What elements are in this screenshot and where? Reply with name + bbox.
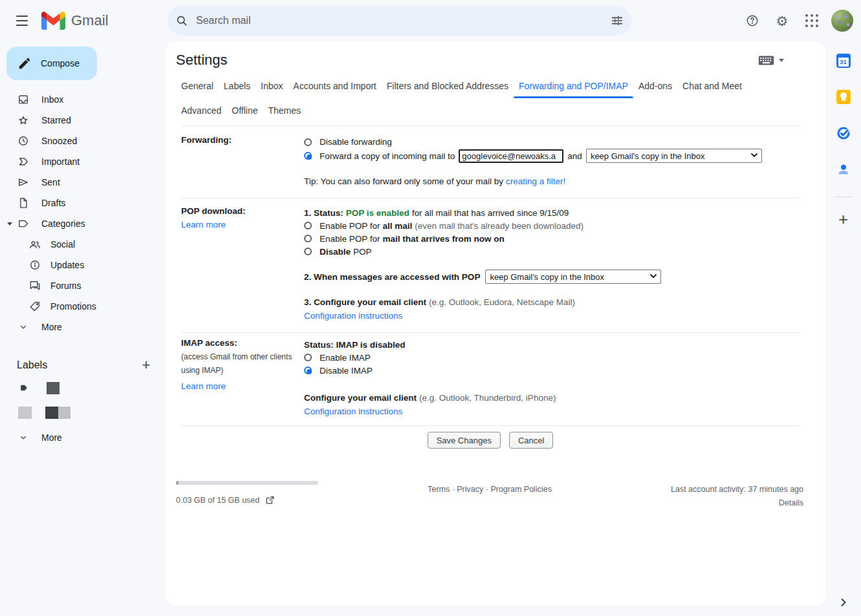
label-icon (18, 382, 30, 394)
redacted-label-name (47, 382, 60, 394)
labels-title: Labels (17, 359, 47, 371)
sidebar-item-updates[interactable]: Updates (0, 255, 166, 275)
pop-disable-radio[interactable] (304, 248, 312, 255)
sidebar-item-inbox[interactable]: Inbox (0, 89, 166, 110)
settings-gear-icon[interactable]: ⚙ (769, 8, 795, 34)
details-link[interactable]: Details (609, 498, 803, 507)
label-item-redacted[interactable] (18, 376, 166, 400)
sidebar-item-forums[interactable]: Forums (0, 275, 166, 296)
draft-file-icon (17, 196, 30, 209)
pop-action-select[interactable]: keep Gmail's copy in the Inbox (485, 270, 661, 284)
sidebar-item-drafts[interactable]: Drafts (0, 193, 166, 213)
sidebar-item-categories[interactable]: Categories (0, 213, 166, 234)
creating-a-filter-link[interactable]: creating a filter! (506, 176, 565, 186)
sidebar-item-more[interactable]: More (0, 317, 166, 337)
send-icon (17, 176, 30, 189)
imap-learn-more-link[interactable]: Learn more (181, 381, 226, 391)
info-icon (28, 259, 41, 271)
tab-forwarding-and-pop-imap[interactable]: Forwarding and POP/IMAP (514, 74, 633, 98)
pop-download-section: POP download: Learn more 1. Status: POP … (181, 198, 800, 333)
pop-all-mail-radio[interactable] (304, 222, 312, 229)
privacy-link[interactable]: Privacy (457, 485, 483, 494)
compose-button[interactable]: Compose (6, 47, 97, 80)
sidebar: Compose Inbox Starred (0, 41, 166, 616)
redacted-label-name (58, 407, 71, 419)
pop-configuration-instructions-link[interactable]: Configuration instructions (304, 311, 402, 321)
sidebar-item-social[interactable]: Social (0, 234, 166, 255)
imap-access-section: IMAP access: (access Gmail from other cl… (181, 333, 800, 426)
imap-access-sublabel: (access Gmail from other clients using I… (181, 350, 299, 377)
forward-email-input[interactable] (459, 149, 563, 163)
google-apps-icon[interactable] (799, 8, 825, 34)
terms-link[interactable]: Terms (428, 485, 450, 494)
tab-add-ons[interactable]: Add-ons (633, 74, 677, 98)
sidebar-item-promotions[interactable]: Promotions (0, 296, 166, 317)
pencil-icon (17, 56, 32, 70)
label-item-redacted[interactable] (18, 400, 166, 425)
get-add-ons-icon[interactable]: + (831, 206, 856, 232)
search-icon[interactable] (168, 6, 196, 35)
tab-accounts-and-import[interactable]: Accounts and Import (288, 74, 381, 98)
sidebar-item-snoozed[interactable]: Snoozed (0, 131, 166, 151)
labels-more[interactable]: More (0, 427, 166, 448)
forward-copy-option: Forward a copy of incoming mail to and k… (304, 149, 800, 163)
tab-themes[interactable]: Themes (263, 98, 307, 123)
help-icon[interactable] (739, 8, 765, 34)
tab-filters-and-blocked-addresses[interactable]: Filters and Blocked Addresses (382, 74, 514, 98)
imap-status-line: Status: IMAP is disabled (304, 338, 800, 351)
header-actions: ⚙ (739, 0, 857, 41)
imap-access-label: IMAP access: (181, 338, 304, 348)
imap-configuration-instructions-link[interactable]: Configuration instructions (304, 407, 402, 416)
search-input[interactable] (196, 15, 603, 27)
labels-header: Labels + (17, 355, 157, 376)
forward-copy-radio[interactable] (304, 152, 312, 160)
clock-icon (17, 134, 30, 147)
tab-labels[interactable]: Labels (219, 74, 256, 98)
important-marker-icon (17, 155, 30, 168)
main-menu-icon[interactable] (6, 5, 38, 36)
pop-from-now-on-radio[interactable] (304, 235, 312, 242)
save-changes-button[interactable]: Save Changes (428, 432, 501, 449)
sidebar-item-important[interactable]: Important (0, 151, 166, 172)
label-tag-icon (17, 217, 30, 230)
open-in-new-icon[interactable] (265, 495, 275, 505)
forward-action-select[interactable]: keep Gmail's copy in the Inbox (586, 149, 762, 163)
disable-imap-radio[interactable] (304, 366, 312, 374)
tab-inbox[interactable]: Inbox (256, 74, 288, 98)
settings-tabs-row-1: General Labels Inbox Accounts and Import… (166, 74, 825, 98)
imap-option-disable: Disable IMAP (304, 364, 800, 377)
tab-general[interactable]: General (176, 74, 219, 98)
gmail-m-icon (41, 12, 65, 30)
account-avatar[interactable] (831, 10, 853, 32)
categories-expander-icon[interactable] (5, 222, 14, 226)
enable-imap-radio[interactable] (304, 354, 312, 361)
cancel-button[interactable]: Cancel (509, 432, 553, 449)
google-keep-icon[interactable] (831, 84, 856, 110)
pop-configure-line: 3. Configure your email client (e.g. Out… (304, 295, 800, 308)
input-tools-toggle[interactable] (758, 56, 784, 65)
form-actions: Save Changes Cancel (181, 426, 800, 449)
rail-divider (834, 196, 853, 197)
chevron-down-icon (17, 431, 30, 444)
pop-learn-more-link[interactable]: Learn more (181, 220, 226, 229)
hide-side-panel-icon[interactable] (840, 598, 847, 607)
search-bar[interactable] (168, 6, 631, 36)
keyboard-icon (758, 56, 774, 65)
program-policies-link[interactable]: Program Policies (490, 485, 551, 494)
gmail-logo: Gmail (41, 12, 108, 30)
google-tasks-icon[interactable] (831, 120, 856, 146)
settings-panel: Settings General Labels Inbox Accounts a… (166, 41, 825, 606)
legal-links: Terms · Privacy · Program Policies (370, 481, 609, 507)
sidebar-item-sent[interactable]: Sent (0, 172, 166, 193)
tab-offline[interactable]: Offline (226, 98, 263, 123)
pop-download-label: POP download: (181, 206, 304, 216)
pop-option-all-mail: Enable POP for all mail (even mail that'… (304, 219, 800, 232)
tab-advanced[interactable]: Advanced (176, 98, 226, 123)
tab-chat-and-meet[interactable]: Chat and Meet (677, 74, 747, 98)
google-contacts-icon[interactable] (831, 156, 856, 182)
google-calendar-icon[interactable]: 31 (831, 48, 856, 74)
disable-forwarding-radio[interactable] (304, 138, 312, 146)
sidebar-item-starred[interactable]: Starred (0, 110, 166, 131)
create-label-icon[interactable]: + (136, 355, 157, 376)
search-options-icon[interactable] (603, 6, 631, 35)
